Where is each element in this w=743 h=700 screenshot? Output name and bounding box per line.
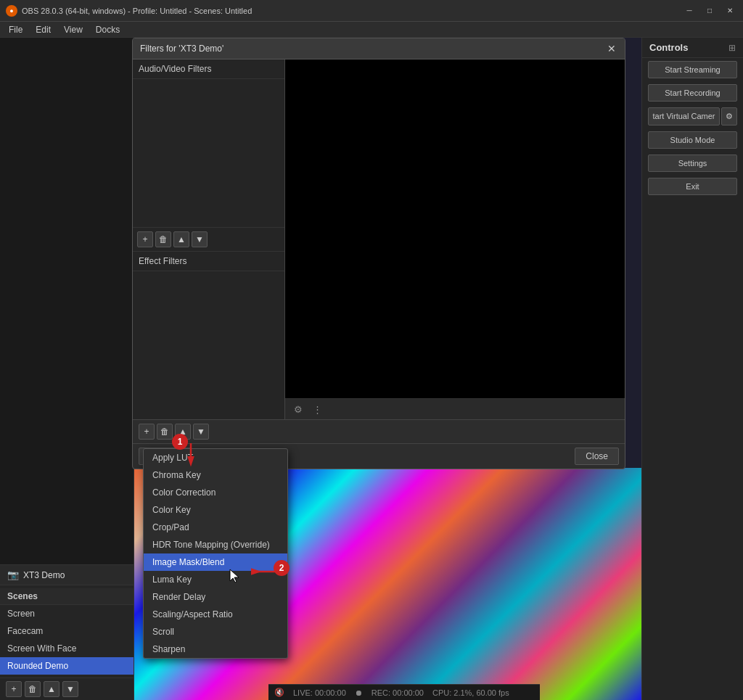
dropdown-apply-lut[interactable]: Apply LUT bbox=[144, 449, 287, 466]
start-virtual-cam-button[interactable]: tart Virtual Camer bbox=[648, 107, 720, 125]
close-button[interactable]: ✕ bbox=[723, 6, 737, 16]
dropdown-crop-pad[interactable]: Crop/Pad bbox=[144, 519, 287, 536]
scenes-list: Screen Facecam Screen With Face Rounded … bbox=[0, 605, 134, 675]
move-effect-down-button[interactable]: ▼ bbox=[193, 424, 209, 440]
source-name-row: 📷 XT3 Demo bbox=[0, 564, 134, 585]
camera-icon: 📷 bbox=[7, 569, 19, 580]
exit-button[interactable]: Exit bbox=[648, 178, 737, 195]
preview-more-icon[interactable]: ⋮ bbox=[310, 402, 324, 416]
scene-item-facecam[interactable]: Facecam bbox=[0, 622, 134, 640]
dropdown-luma-key[interactable]: Luma Key bbox=[144, 571, 287, 588]
rec-icon: ⏺ bbox=[355, 688, 363, 697]
mic-icon: 🔇 bbox=[274, 688, 284, 697]
remove-effect-filter-button[interactable]: 🗑 bbox=[157, 424, 173, 440]
scene-item-screen[interactable]: Screen bbox=[0, 605, 134, 622]
controls-collapse-icon[interactable]: ⊞ bbox=[728, 43, 736, 53]
filters-titlebar: Filters for 'XT3 Demo' ✕ bbox=[133, 38, 625, 59]
effect-filters-header: Effect Filters bbox=[133, 252, 284, 271]
move-scene-down-button[interactable]: ▼ bbox=[62, 681, 78, 697]
scenes-section: Scenes Screen Facecam Screen With Face R… bbox=[0, 585, 134, 678]
studio-mode-button[interactable]: Studio Mode bbox=[648, 131, 737, 149]
scene-item-screen-with-face[interactable]: Screen With Face bbox=[0, 640, 134, 657]
filters-bottom-row: + 🗑 ▲ ▼ bbox=[133, 419, 625, 443]
dropdown-color-correction[interactable]: Color Correction bbox=[144, 484, 287, 501]
controls-title: Controls bbox=[649, 42, 688, 53]
dropdown-scroll[interactable]: Scroll bbox=[144, 623, 287, 641]
move-av-filter-up-button[interactable]: ▲ bbox=[173, 231, 189, 247]
right-panel: Controls ⊞ Start Streaming Start Recordi… bbox=[641, 38, 743, 700]
filters-right-panel: ⚙ ⋮ bbox=[285, 59, 625, 419]
menu-edit[interactable]: Edit bbox=[30, 23, 57, 36]
step-2-badge: 2 bbox=[274, 560, 290, 576]
left-sidebar: 📷 XT3 Demo Scenes Screen Facecam Screen … bbox=[0, 38, 134, 700]
move-av-filter-down-button[interactable]: ▼ bbox=[192, 231, 208, 247]
rec-status: REC: 00:00:00 bbox=[372, 688, 424, 697]
window-controls: ─ □ ✕ bbox=[682, 6, 737, 16]
menu-view[interactable]: View bbox=[58, 23, 89, 36]
controls-header: Controls ⊞ bbox=[642, 38, 743, 58]
filters-close-button[interactable]: ✕ bbox=[606, 43, 617, 54]
minimize-button[interactable]: ─ bbox=[682, 6, 697, 16]
dropdown-chroma-key[interactable]: Chroma Key bbox=[144, 466, 287, 484]
audio-video-filters-list bbox=[133, 79, 284, 227]
add-av-filter-button[interactable]: + bbox=[137, 231, 153, 247]
filters-dialog: Filters for 'XT3 Demo' ✕ Audio/Video Fil… bbox=[132, 38, 625, 469]
preview-settings-icon[interactable]: ⚙ bbox=[291, 402, 305, 416]
dropdown-scaling-aspect-ratio[interactable]: Scaling/Aspect Ratio bbox=[144, 606, 287, 623]
title-bar-text: OBS 28.0.3 (64-bit, windows) - Profile: … bbox=[22, 7, 682, 15]
effect-filters-list bbox=[133, 271, 284, 419]
filter-preview-area bbox=[285, 59, 625, 398]
filters-dialog-title: Filters for 'XT3 Demo' bbox=[140, 44, 223, 54]
obs-icon: ● bbox=[6, 5, 17, 17]
menu-file[interactable]: File bbox=[3, 23, 28, 36]
remove-av-filter-button[interactable]: 🗑 bbox=[155, 231, 171, 247]
cpu-status: CPU: 2.1%, 60.00 fps bbox=[432, 688, 509, 697]
remove-scene-button[interactable]: 🗑 bbox=[25, 681, 41, 697]
close-filter-button[interactable]: Close bbox=[575, 448, 619, 465]
source-preview-area bbox=[0, 38, 134, 564]
menu-bar: File Edit View Docks bbox=[0, 22, 743, 38]
dropdown-image-mask-blend[interactable]: Image Mask/Blend bbox=[144, 553, 287, 571]
dropdown-hdr-tone-mapping[interactable]: HDR Tone Mapping (Override) bbox=[144, 536, 287, 553]
virtual-cam-gear-button[interactable]: ⚙ bbox=[721, 107, 737, 125]
live-status: LIVE: 00:00:00 bbox=[293, 688, 346, 697]
filters-body: Audio/Video Filters + 🗑 ▲ ▼ Effect Filte… bbox=[133, 59, 625, 419]
effect-filter-dropdown: Apply LUT Chroma Key Color Correction Co… bbox=[143, 448, 288, 659]
scenes-toolbar: + 🗑 ▲ ▼ bbox=[0, 678, 134, 700]
scene-item-rounded-demo[interactable]: Rounded Demo bbox=[0, 657, 134, 675]
filters-left-panel: Audio/Video Filters + 🗑 ▲ ▼ Effect Filte… bbox=[133, 59, 285, 419]
menu-docks[interactable]: Docks bbox=[90, 23, 126, 36]
settings-button[interactable]: Settings bbox=[648, 155, 737, 172]
start-streaming-button[interactable]: Start Streaming bbox=[648, 61, 737, 78]
title-bar: ● OBS 28.0.3 (64-bit, windows) - Profile… bbox=[0, 0, 743, 22]
dropdown-render-delay[interactable]: Render Delay bbox=[144, 588, 287, 606]
add-effect-filter-button[interactable]: + bbox=[139, 424, 155, 440]
step-1-badge: 1 bbox=[172, 434, 188, 450]
audio-video-filters-header: Audio/Video Filters bbox=[133, 59, 284, 79]
dropdown-sharpen[interactable]: Sharpen bbox=[144, 641, 287, 658]
move-scene-up-button[interactable]: ▲ bbox=[44, 681, 59, 697]
status-bar: 🔇 LIVE: 00:00:00 ⏺ REC: 00:00:00 CPU: 2.… bbox=[268, 684, 540, 700]
source-name-label: XT3 Demo bbox=[23, 570, 65, 580]
preview-bottom-bar: ⚙ ⋮ bbox=[285, 398, 625, 419]
scenes-header: Scenes bbox=[0, 588, 134, 605]
virtual-cam-row: tart Virtual Camer ⚙ bbox=[648, 107, 737, 125]
start-recording-button[interactable]: Start Recording bbox=[648, 84, 737, 102]
audio-video-filter-toolbar: + 🗑 ▲ ▼ bbox=[133, 227, 284, 252]
maximize-button[interactable]: □ bbox=[702, 6, 717, 16]
add-scene-button[interactable]: + bbox=[6, 681, 22, 697]
dropdown-color-key[interactable]: Color Key bbox=[144, 501, 287, 519]
